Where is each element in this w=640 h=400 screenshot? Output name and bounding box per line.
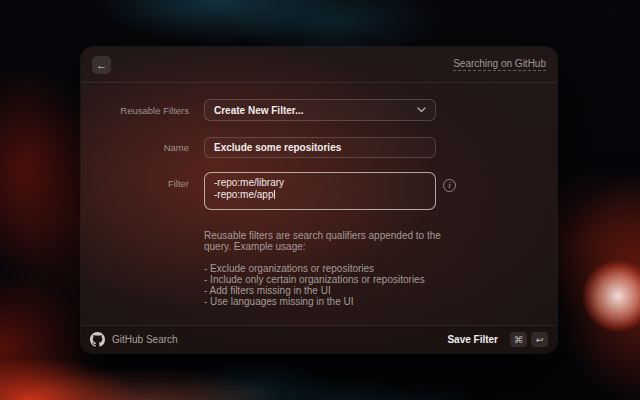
searching-on-github-link[interactable]: Searching on GitHub [453,58,546,71]
save-filter-button[interactable]: Save Filter ⌘ ↩ [447,332,548,347]
command-key-icon: ⌘ [510,332,527,347]
filter-line-2-wrap: -repo:me/app [214,189,426,201]
app-name: GitHub Search [112,334,178,345]
reusable-filters-row: Reusable Filters Create New Filter... [81,99,557,121]
return-key-icon: ↩ [531,332,548,347]
text-cursor [274,190,275,199]
name-label: Name [81,142,189,153]
github-logo-icon [90,332,105,347]
help-text: Reusable filters are search qualifiers a… [204,230,454,307]
help-bullet-1: - Exclude organizations or repositories [204,263,454,274]
back-button[interactable]: ← [92,56,111,74]
filter-line-2: -repo:me/app [214,189,273,200]
help-bullet-3: - Add filters missing in the UI [204,285,454,296]
window-header: ← Searching on GitHub [81,47,557,83]
desktop-background: ← Searching on GitHub Reusable Filters C… [0,0,640,400]
filter-label: Filter [81,172,189,189]
chevron-down-icon [417,107,426,113]
help-bullet-4: - Use languages missing in the UI [204,296,454,307]
window-footer: GitHub Search Save Filter ⌘ ↩ [81,325,557,353]
name-input[interactable] [204,137,436,158]
back-arrow-icon: ← [96,59,107,71]
dropdown-selected-value: Create New Filter... [214,105,417,116]
save-filter-label: Save Filter [447,334,498,345]
info-icon[interactable]: i [443,179,456,192]
help-bullet-2: - Include only certain organizations or … [204,274,454,285]
filter-textarea[interactable]: -repo:me/library -repo:me/app [204,172,436,210]
form-area: Reusable Filters Create New Filter... Na… [81,83,557,325]
filter-row: Filter -repo:me/library -repo:me/app i [81,172,557,210]
reusable-filters-dropdown[interactable]: Create New Filter... [204,99,436,121]
reusable-filters-label: Reusable Filters [81,105,189,116]
extension-window: ← Searching on GitHub Reusable Filters C… [81,47,557,353]
name-row: Name [81,137,557,158]
help-spacer [204,252,454,263]
help-intro-line-1: Reusable filters are search qualifiers a… [204,230,454,241]
help-intro-line-2: query. Example usage: [204,241,454,252]
filter-line-1: -repo:me/library [214,177,426,189]
